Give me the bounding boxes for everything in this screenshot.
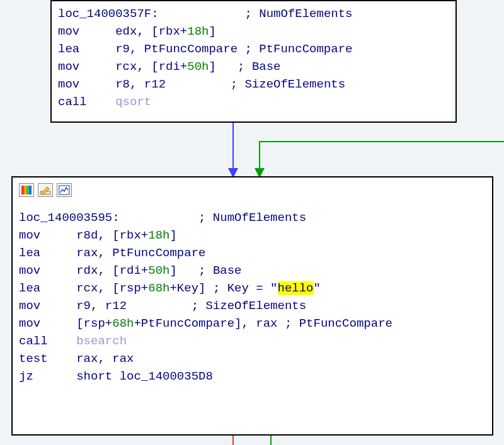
svg-rect-0 <box>21 186 24 194</box>
operand: rax, rax <box>76 352 134 366</box>
disasm-line: lea r9, PtFuncCompare ; PtFuncCompare <box>58 40 449 58</box>
mnemonic: lea <box>19 246 76 260</box>
block1-label-line: loc_14000357F: ; NumOfElements <box>58 5 449 23</box>
disasm-label: loc_14000357F: <box>58 7 159 21</box>
operand: r8, r12 <box>115 77 230 91</box>
disasm-line: mov [rsp+68h+PtFuncCompare], rax ; PtFun… <box>19 315 486 332</box>
mnemonic: lea <box>19 281 76 295</box>
mnemonic: test <box>19 352 76 366</box>
operand: rcx, [rdi+ <box>115 60 187 74</box>
disasm-line: mov edx, [rbx+18h] <box>58 23 449 40</box>
mnemonic: mov <box>19 299 76 313</box>
mnemonic: call <box>58 95 115 109</box>
disasm-line: mov r9, r12 ; SizeOfElements <box>19 297 486 315</box>
operand: ] <box>169 264 198 278</box>
disasm-line: jz short loc_1400035D8 <box>19 368 486 385</box>
disasm-line: lea rax, PtFuncCompare <box>19 244 486 262</box>
call-target[interactable]: bsearch <box>76 334 127 348</box>
operand: [rsp+ <box>76 317 112 330</box>
numeric-literal: 18h <box>148 228 169 242</box>
operand: r9, PtFuncCompare <box>115 42 244 56</box>
svg-rect-1 <box>24 186 26 194</box>
mnemonic: mov <box>58 25 115 38</box>
mnemonic: call <box>19 334 76 348</box>
comment: ; Base <box>238 60 280 74</box>
disasm-block-1[interactable]: loc_14000357F: ; NumOfElements mov edx, … <box>50 0 457 123</box>
numeric-literal: 68h <box>112 317 134 330</box>
comment: ; PtFuncCompare <box>285 317 392 330</box>
operand: +Key] <box>169 281 212 295</box>
mnemonic: mov <box>19 228 76 242</box>
block2-label-line: loc_140003595: ; NumOfElements <box>19 209 486 227</box>
disasm-line: mov rcx, [rdi+50h] ; Base <box>58 58 449 76</box>
comment: ; PtFuncCompare <box>244 42 352 56</box>
disasm-block-2[interactable]: loc_140003595: ; NumOfElements mov r8d, … <box>11 176 493 436</box>
numeric-literal: 50h <box>187 60 209 74</box>
disasm-line: lea rcx, [rsp+68h+Key] ; Key = "hello" <box>19 279 486 297</box>
highlighted-string: hello <box>278 281 314 295</box>
mnemonic: mov <box>19 264 76 278</box>
mnemonic: lea <box>58 42 115 56</box>
svg-rect-3 <box>29 186 32 194</box>
disasm-line: mov r8, r12 ; SizeOfElements <box>58 76 449 93</box>
comment: ; Base <box>198 264 241 278</box>
operand: r8d, [rbx+ <box>76 228 148 242</box>
operand: ] <box>209 25 215 38</box>
numeric-literal: 50h <box>148 264 169 278</box>
label-comment: ; NumOfElements <box>198 211 306 225</box>
block-toolbar <box>19 181 486 199</box>
comment: ; Key = " <box>213 281 278 295</box>
operand: rax, PtFuncCompare <box>76 246 205 260</box>
operand: +PtFuncCompare], rax <box>134 317 284 330</box>
disasm-line: call qsort <box>58 93 449 111</box>
numeric-literal: 68h <box>148 281 169 295</box>
mnemonic: jz <box>19 369 76 383</box>
toolbar-edit-button[interactable] <box>38 183 53 197</box>
operand: rcx, [rsp+ <box>76 281 148 295</box>
call-target[interactable]: qsort <box>115 95 151 109</box>
operand: rdx, [rdi+ <box>76 264 148 278</box>
mnemonic: mov <box>58 60 115 74</box>
operand: ] <box>209 60 238 74</box>
mnemonic: mov <box>19 317 76 330</box>
svg-rect-2 <box>26 186 29 194</box>
disasm-label: loc_140003595: <box>19 211 120 225</box>
comment: ; SizeOfElements <box>231 77 345 91</box>
operand: edx, [rbx+ <box>115 25 187 38</box>
operand: short loc_1400035D8 <box>76 369 213 383</box>
disasm-line: call bsearch <box>19 332 486 350</box>
disasm-line: test rax, rax <box>19 350 486 368</box>
mnemonic: mov <box>58 77 115 91</box>
comment: ; SizeOfElements <box>192 299 306 313</box>
toolbar-graph-button[interactable] <box>57 183 72 197</box>
disasm-line: mov r8d, [rbx+18h] <box>19 227 486 244</box>
operand: r9, r12 <box>76 299 191 313</box>
label-comment: ; NumOfElements <box>244 7 352 21</box>
comment: " <box>314 281 321 295</box>
numeric-literal: 18h <box>187 25 209 38</box>
toolbar-color-button[interactable] <box>19 183 34 197</box>
disasm-line: mov rdx, [rdi+50h] ; Base <box>19 262 486 279</box>
operand: ] <box>169 228 176 242</box>
